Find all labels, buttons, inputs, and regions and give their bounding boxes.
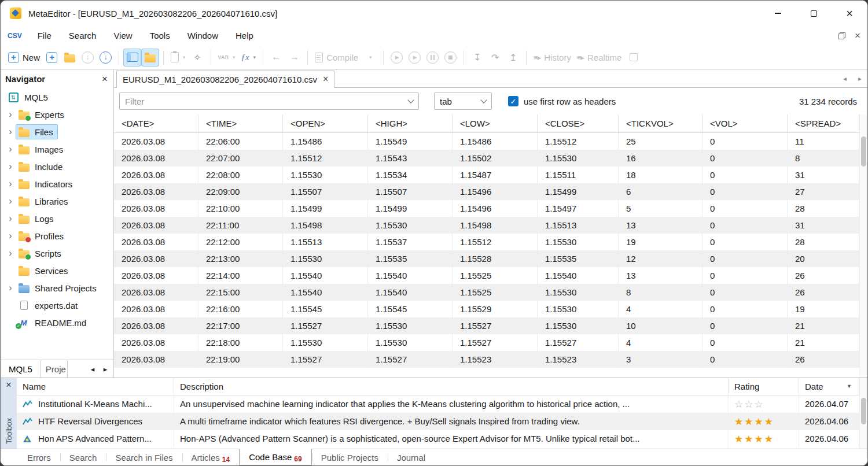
nav-item-logs[interactable]: ›Logs bbox=[1, 210, 113, 227]
expand-chevron-icon[interactable]: › bbox=[5, 109, 16, 120]
csv-cell[interactable]: 0 bbox=[703, 351, 788, 368]
functions-button[interactable]: ƒx ▾ bbox=[238, 49, 259, 66]
csv-cell[interactable]: 1.15502 bbox=[453, 150, 538, 167]
csv-cell[interactable]: 26 bbox=[788, 351, 859, 368]
toolbox-row-name[interactable]: Institutional K-Means Machi... bbox=[17, 395, 174, 413]
csv-cell[interactable]: 22:10:00 bbox=[198, 200, 283, 217]
csv-cell[interactable]: 25 bbox=[619, 133, 703, 150]
csv-cell[interactable]: 3 bbox=[619, 351, 703, 368]
nav-item-profiles[interactable]: ›Profiles bbox=[1, 227, 113, 245]
expand-chevron-icon[interactable]: › bbox=[5, 127, 16, 137]
csv-cell[interactable]: 0 bbox=[703, 284, 788, 301]
csv-cell[interactable]: 22:16:00 bbox=[198, 301, 283, 317]
csv-cell[interactable]: 10 bbox=[619, 317, 703, 334]
debug-realtime-button[interactable]: ▶ bbox=[406, 49, 424, 66]
csv-cell[interactable]: 1.15530 bbox=[368, 334, 453, 351]
csv-cell[interactable]: 8 bbox=[619, 284, 703, 301]
navigator-tab-mql5[interactable]: MQL5 bbox=[1, 360, 41, 378]
toolbox-row-description[interactable]: A multi timeframe indicator which featur… bbox=[174, 413, 729, 430]
csv-cell[interactable]: 1.15535 bbox=[538, 250, 619, 267]
csv-cell[interactable]: 1.15513 bbox=[538, 217, 619, 234]
nav-item-files[interactable]: ›Files bbox=[1, 123, 113, 140]
toolbox-row-name[interactable]: Hon APS Advanced Pattern... bbox=[17, 430, 174, 447]
expand-chevron-icon[interactable]: › bbox=[5, 283, 16, 293]
nav-item-images[interactable]: ›Images bbox=[1, 140, 113, 158]
csv-cell[interactable]: 1.15530 bbox=[538, 284, 619, 301]
toolbox-column-header-name[interactable]: Name bbox=[17, 378, 174, 395]
csv-cell[interactable]: 22:09:00 bbox=[198, 183, 283, 200]
csv-cell[interactable]: 0 bbox=[703, 167, 788, 183]
csv-cell[interactable]: 26 bbox=[788, 284, 859, 301]
scroll-tabs-right-button[interactable]: ▸ bbox=[858, 75, 862, 83]
expand-chevron-icon[interactable]: › bbox=[5, 213, 16, 224]
toolbox-row-rating[interactable]: ★★★★ bbox=[729, 413, 799, 430]
toolbox-row-date[interactable]: 2026.04.06 bbox=[799, 413, 859, 430]
csv-cell[interactable]: 13 bbox=[619, 217, 703, 234]
csv-cell[interactable]: 19 bbox=[788, 301, 859, 317]
csv-cell[interactable]: 1.15507 bbox=[368, 183, 453, 200]
csv-cell[interactable]: 2026.03.08 bbox=[114, 267, 198, 284]
csv-cell[interactable]: 4 bbox=[619, 334, 703, 351]
csv-cell[interactable]: 1.15512 bbox=[538, 133, 619, 150]
csv-cell[interactable]: 0 bbox=[703, 267, 788, 284]
csv-cell[interactable]: 16 bbox=[619, 150, 703, 167]
document-close-button[interactable]: × bbox=[855, 31, 860, 40]
csv-cell[interactable]: 28 bbox=[788, 234, 859, 250]
nav-item-libraries[interactable]: ›Libraries bbox=[1, 193, 113, 210]
stop-button[interactable] bbox=[442, 49, 459, 66]
csv-cell[interactable]: 6 bbox=[619, 183, 703, 200]
toolbox-row-description[interactable]: Hon-APS (Advanced Pattern Scanner) is a … bbox=[174, 430, 729, 447]
nav-item-experts[interactable]: ›Experts bbox=[1, 106, 113, 123]
csv-cell[interactable]: 20 bbox=[788, 250, 859, 267]
csv-cell[interactable]: 21 bbox=[788, 317, 859, 334]
tab-close-icon[interactable]: × bbox=[323, 75, 328, 84]
csv-cell[interactable]: 8 bbox=[788, 150, 859, 167]
csv-cell[interactable]: 1.15527 bbox=[283, 317, 368, 334]
csv-cell[interactable]: 0 bbox=[703, 234, 788, 250]
csv-column-header-time[interactable]: <TIME> bbox=[198, 114, 283, 133]
csv-cell[interactable]: 2026.03.08 bbox=[114, 301, 198, 317]
csv-cell[interactable]: 1.15513 bbox=[283, 234, 368, 250]
csv-cell[interactable]: 1.15496 bbox=[453, 200, 538, 217]
paste-button[interactable]: ▾ bbox=[168, 49, 189, 66]
csv-cell[interactable]: 22:11:00 bbox=[198, 217, 283, 234]
nav-item-shared-projects[interactable]: ›Shared Projects bbox=[1, 279, 113, 297]
csv-cell[interactable]: 28 bbox=[788, 200, 859, 217]
csv-cell[interactable]: 22:17:00 bbox=[198, 317, 283, 334]
csv-cell[interactable]: 22:06:00 bbox=[198, 133, 283, 150]
open-file-button[interactable] bbox=[61, 49, 79, 66]
csv-column-header-low[interactable]: <LOW> bbox=[453, 114, 538, 133]
expand-chevron-icon[interactable]: › bbox=[5, 179, 16, 189]
csv-cell[interactable]: 1.15511 bbox=[538, 167, 619, 183]
csv-cell[interactable]: 1.15537 bbox=[368, 234, 453, 250]
toolbox-tab-public-projects[interactable]: Public Projects bbox=[312, 449, 388, 465]
csv-cell[interactable]: 0 bbox=[703, 301, 788, 317]
expand-chevron-icon[interactable]: › bbox=[5, 196, 16, 206]
csv-column-header-spread[interactable]: <SPREAD> bbox=[788, 114, 859, 133]
nav-item-indicators[interactable]: ›Indicators bbox=[1, 175, 113, 193]
csv-cell[interactable]: 1.15540 bbox=[283, 284, 368, 301]
csv-cell[interactable]: 22:13:00 bbox=[198, 250, 283, 267]
csv-cell[interactable]: 1.15543 bbox=[368, 150, 453, 167]
toolbox-scrollbar[interactable] bbox=[859, 378, 867, 449]
csv-cell[interactable]: 1.15534 bbox=[368, 167, 453, 183]
navigator-toggle-button[interactable] bbox=[123, 49, 141, 66]
csv-cell[interactable]: 1.15545 bbox=[283, 301, 368, 317]
navigate-back-button[interactable]: ← bbox=[267, 49, 285, 66]
scrollbar-thumb[interactable] bbox=[861, 398, 866, 424]
csv-cell[interactable]: 22:19:00 bbox=[198, 351, 283, 368]
toolbox-column-header-rating[interactable]: Rating bbox=[729, 378, 799, 395]
nav-tabs-right-button[interactable]: ▸ bbox=[101, 365, 110, 373]
toolbox-tab-code-base[interactable]: Code Base69 bbox=[239, 449, 312, 465]
nav-item-services[interactable]: Services bbox=[1, 262, 113, 279]
new-button[interactable]: + New bbox=[5, 49, 43, 66]
csv-cell[interactable]: 2026.03.08 bbox=[114, 284, 198, 301]
toolbox-row-description[interactable]: An unsupervised machine learning indicat… bbox=[174, 395, 729, 413]
csv-cell[interactable]: 1.15496 bbox=[453, 183, 538, 200]
csv-cell[interactable]: 1.15512 bbox=[283, 150, 368, 167]
csv-cell[interactable]: 31 bbox=[788, 217, 859, 234]
expand-chevron-icon[interactable]: › bbox=[5, 248, 16, 258]
toolbox-row-date[interactable]: 2026.04.06 bbox=[799, 430, 859, 447]
csv-cell[interactable]: 1.15498 bbox=[283, 217, 368, 234]
pause-button[interactable] bbox=[424, 49, 442, 66]
